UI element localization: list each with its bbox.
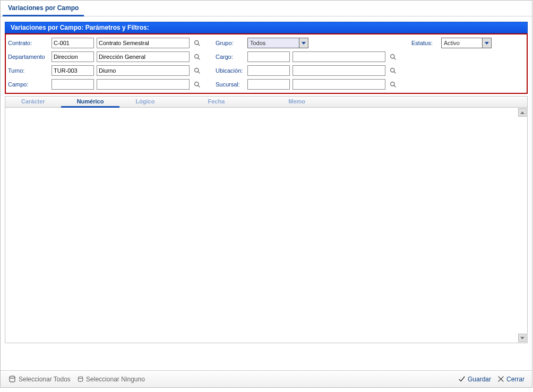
lookup-turno-icon[interactable]: [192, 66, 202, 75]
svg-line-13: [394, 85, 396, 87]
select-grupo-value: Todos: [248, 40, 299, 46]
input-cargo-code[interactable]: [247, 51, 290, 62]
label-cargo: Cargo:: [216, 54, 247, 60]
content-pane: [5, 108, 528, 343]
input-ubicacion-code[interactable]: [247, 65, 290, 76]
lookup-departamento-icon[interactable]: [192, 52, 202, 62]
input-cargo-desc[interactable]: [293, 51, 385, 62]
check-icon: [458, 376, 466, 383]
app-frame: Variaciones por Campo Variaciones por Ca…: [0, 0, 532, 388]
tab-variaciones-por-campo[interactable]: Variaciones por Campo: [3, 1, 84, 16]
input-campo-code[interactable]: [51, 79, 94, 90]
label-ubicacion: Ubicación:: [216, 67, 247, 74]
svg-line-11: [198, 85, 200, 87]
svg-point-14: [10, 376, 15, 378]
page-tabs: Variaciones por Campo: [1, 1, 532, 16]
sub-tabs: Carácter Numérico Lógico Fecha Memo: [5, 96, 528, 108]
database-icon: [8, 375, 16, 384]
svg-line-1: [198, 44, 200, 46]
tab-logico[interactable]: Lógico: [119, 97, 170, 107]
database-icon: [77, 375, 84, 384]
lookup-sucursal-icon[interactable]: [388, 80, 398, 89]
panel-body: Contrato: Grupo: Todos Estatus: Activo: [5, 33, 528, 94]
input-contrato-desc[interactable]: [97, 38, 190, 48]
svg-point-0: [194, 40, 198, 44]
tab-fecha[interactable]: Fecha: [170, 97, 262, 107]
chevron-down-icon: [299, 38, 308, 48]
bottom-toolbar: Seleccionar Todos Seleccionar Ninguno Gu…: [1, 370, 532, 387]
lookup-campo-icon[interactable]: [192, 80, 202, 89]
svg-point-10: [194, 82, 198, 85]
label-grupo: Grupo:: [216, 40, 247, 46]
svg-point-4: [390, 54, 394, 58]
label-estatus: Estatus:: [411, 40, 441, 46]
svg-line-5: [394, 58, 396, 59]
select-all-button[interactable]: Seleccionar Todos: [5, 374, 74, 385]
close-label: Cerrar: [506, 376, 525, 383]
save-label: Guardar: [468, 376, 491, 383]
svg-line-7: [198, 72, 200, 73]
select-estatus-value: Activo: [442, 40, 482, 46]
panel-header: Variaciones por Campo: Parámetros y Filt…: [5, 22, 528, 33]
svg-line-9: [394, 72, 396, 73]
scroll-down-button[interactable]: [518, 334, 527, 342]
chevron-down-icon: [482, 38, 491, 48]
svg-point-8: [390, 68, 394, 72]
lookup-ubicacion-icon[interactable]: [388, 66, 398, 75]
close-button[interactable]: Cerrar: [494, 374, 528, 384]
input-turno-desc[interactable]: [97, 65, 190, 76]
input-departamento-desc[interactable]: [97, 51, 190, 62]
select-all-label: Seleccionar Todos: [19, 376, 71, 383]
label-departamento: Departamento: [8, 54, 51, 60]
select-none-label: Seleccionar Ninguno: [86, 376, 145, 383]
save-button[interactable]: Guardar: [455, 374, 494, 384]
input-sucursal-code[interactable]: [247, 79, 290, 90]
tab-memo[interactable]: Memo: [262, 97, 332, 107]
svg-point-15: [78, 377, 82, 378]
tab-caracter[interactable]: Carácter: [5, 97, 61, 107]
input-departamento-code[interactable]: [51, 51, 94, 62]
select-estatus[interactable]: Activo: [441, 38, 492, 48]
params-panel: Variaciones por Campo: Parámetros y Filt…: [5, 22, 528, 94]
label-campo: Campo:: [8, 81, 51, 88]
close-icon: [497, 376, 504, 382]
scroll-up-button[interactable]: [518, 108, 527, 117]
label-sucursal: Sucursal:: [216, 81, 247, 88]
input-ubicacion-desc[interactable]: [293, 65, 385, 76]
label-contrato: Contrato:: [8, 40, 51, 46]
input-turno-code[interactable]: [51, 65, 94, 76]
input-campo-desc[interactable]: [97, 79, 190, 90]
lookup-contrato-icon[interactable]: [192, 38, 202, 48]
svg-point-12: [390, 82, 394, 85]
select-grupo[interactable]: Todos: [247, 38, 308, 48]
lookup-cargo-icon[interactable]: [388, 52, 398, 62]
input-sucursal-desc[interactable]: [293, 79, 385, 90]
tab-numerico[interactable]: Numérico: [61, 97, 120, 108]
filter-grid: Contrato: Grupo: Todos Estatus: Activo: [8, 38, 525, 90]
label-turno: Turno:: [8, 67, 51, 74]
svg-line-3: [198, 58, 200, 59]
input-contrato-code[interactable]: [51, 38, 94, 48]
svg-point-6: [194, 68, 198, 72]
svg-point-2: [194, 54, 198, 58]
select-none-button[interactable]: Seleccionar Ninguno: [74, 374, 148, 385]
